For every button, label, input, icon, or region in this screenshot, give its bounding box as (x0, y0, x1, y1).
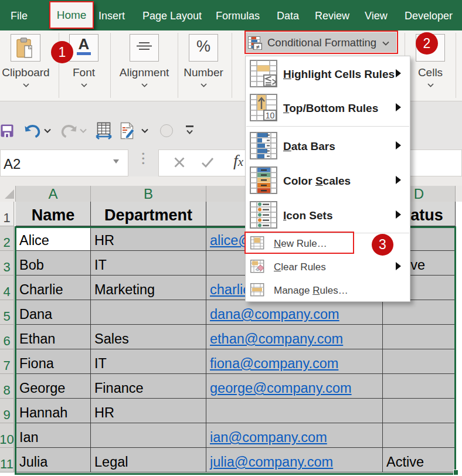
svg-text:10: 10 (266, 111, 275, 120)
